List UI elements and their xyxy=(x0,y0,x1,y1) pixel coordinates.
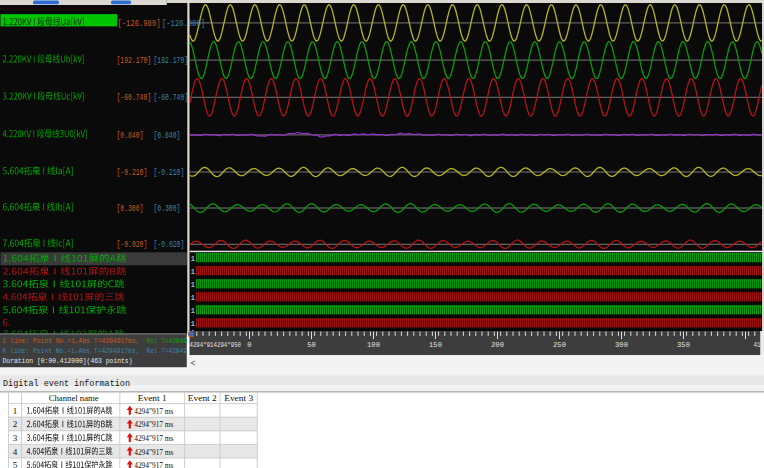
svg-text:Duration [0:00.412000](463 poi: Duration [0:00.412000](463 points) xyxy=(3,356,133,365)
svg-text:4294"917 ms: 4294"917 ms xyxy=(134,460,174,468)
svg-text:1: 1 xyxy=(191,268,196,276)
svg-text:4294"917 ms: 4294"917 ms xyxy=(134,447,174,457)
svg-text:Event 1: Event 1 xyxy=(138,393,167,403)
svg-text:Rel T=42949: Rel T=42949 xyxy=(147,336,187,345)
svg-text:[0.300]: [0.300] xyxy=(154,204,181,214)
svg-text:1: 1 xyxy=(13,406,18,416)
svg-text:[192.170]: [192.170] xyxy=(154,56,189,66)
svg-text:41: 41 xyxy=(754,341,761,349)
svg-text:350: 350 xyxy=(677,341,690,349)
svg-text:R line: Point No.=1,Abs T=4294: R line: Point No.=1,Abs T=4294917ms, xyxy=(3,346,140,355)
svg-text:[-0.020]: [-0.020] xyxy=(117,240,148,250)
svg-text:1: 1 xyxy=(191,255,196,263)
svg-text:4294"914294"950: 4294"914294"950 xyxy=(190,341,242,349)
svg-text:[0.840]: [0.840] xyxy=(154,131,181,141)
svg-text:[-126.980]: [-126.980] xyxy=(162,19,205,29)
svg-text:4294"917 ms: 4294"917 ms xyxy=(134,406,174,416)
svg-text:[-0.210]: [-0.210] xyxy=(154,168,185,178)
svg-text:1: 1 xyxy=(191,281,196,289)
svg-text:[-126.980]: [-126.980] xyxy=(118,19,161,29)
svg-text:4294"917 ms: 4294"917 ms xyxy=(134,419,174,429)
svg-text:4294"917 ms: 4294"917 ms xyxy=(134,433,174,443)
svg-text:[-0.210]: [-0.210] xyxy=(117,168,148,178)
svg-text:[-0.020]: [-0.020] xyxy=(154,240,185,250)
svg-text:250: 250 xyxy=(553,341,566,349)
svg-text:[0.300]: [0.300] xyxy=(117,204,144,214)
svg-text:Rel T=42949: Rel T=42949 xyxy=(147,346,187,355)
svg-text:Channel name: Channel name xyxy=(49,393,99,403)
svg-text:Digital event information: Digital event information xyxy=(3,379,130,389)
svg-text:[192.170]: [192.170] xyxy=(117,56,152,66)
svg-text:[-60.740]: [-60.740] xyxy=(154,93,189,103)
svg-text:3: 3 xyxy=(13,433,18,443)
svg-text:1: 1 xyxy=(191,294,196,302)
svg-text:Event 2: Event 2 xyxy=(188,393,217,403)
svg-text:300: 300 xyxy=(615,341,628,349)
svg-text:4: 4 xyxy=(13,447,18,457)
svg-text:2: 2 xyxy=(13,419,18,429)
svg-text:0: 0 xyxy=(247,341,251,349)
svg-text:[0.840]: [0.840] xyxy=(117,131,144,141)
svg-text:[-60.740]: [-60.740] xyxy=(117,93,152,103)
svg-text:50: 50 xyxy=(307,341,316,349)
svg-text:1: 1 xyxy=(191,320,196,328)
svg-text:150: 150 xyxy=(429,341,442,349)
svg-text:5: 5 xyxy=(13,460,18,468)
svg-text:<: < xyxy=(191,359,196,369)
svg-text:1: 1 xyxy=(191,307,196,315)
svg-text:C line: Point No.=1,Abs T=4294: C line: Point No.=1,Abs T=4294917ms, xyxy=(3,336,140,345)
svg-text:200: 200 xyxy=(491,341,504,349)
svg-text:Event 3: Event 3 xyxy=(224,393,254,403)
svg-text:100: 100 xyxy=(367,341,380,349)
